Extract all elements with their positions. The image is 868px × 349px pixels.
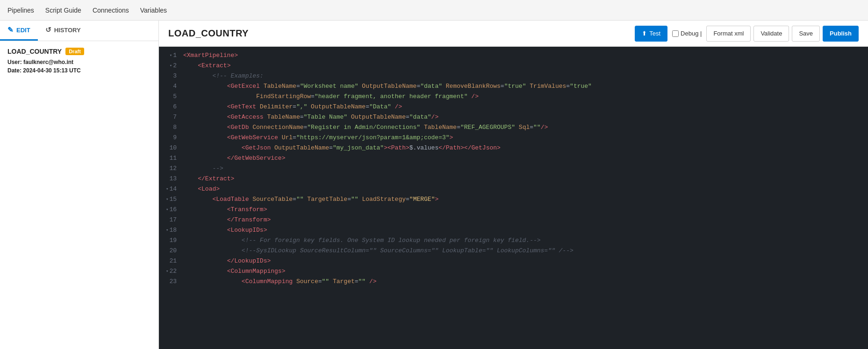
line-number: 6 [159, 102, 181, 112]
line-number: 8 [159, 122, 181, 133]
line-number: 3 [159, 71, 181, 81]
table-row: <LookupIDs> [183, 225, 868, 235]
line-number: 13 [159, 174, 181, 184]
table-row: --> [183, 164, 868, 174]
table-row: <ColumnMappings> [183, 266, 868, 277]
line-number: ▾18 [159, 225, 181, 235]
tab-edit-label: EDIT [16, 27, 30, 34]
tab-history-label: HISTORY [54, 27, 81, 34]
line-number: ▾2 [159, 61, 181, 71]
date-label: Date: [7, 67, 23, 74]
table-row: <LoadTable SourceTable="" TargetTable=""… [183, 194, 868, 205]
sidebar: ✎ EDIT ↺ HISTORY LOAD_COUNTRY Draft User… [0, 21, 159, 349]
line-number: 19 [159, 235, 181, 246]
table-row: <GetJson OutputTableName="my_json_data">… [183, 143, 868, 153]
format-xml-button[interactable]: Format xml [706, 26, 751, 42]
table-row: <!-- For foreign key fields. One System … [183, 235, 868, 246]
line-number: 11 [159, 153, 181, 164]
save-label: Save [799, 30, 813, 37]
table-row: FindStartingRow="header fragment, anothe… [183, 92, 868, 102]
fold-arrow[interactable]: ▾ [166, 194, 168, 205]
tab-edit[interactable]: ✎ EDIT [0, 21, 38, 41]
top-nav: Pipelines Script Guide Connections Varia… [0, 0, 868, 21]
line-number: ▾16 [159, 205, 181, 215]
line-number: 21 [159, 256, 181, 266]
debug-checkbox[interactable] [672, 30, 679, 37]
user-value: faulknerc@who.int [23, 59, 73, 65]
nav-variables[interactable]: Variables [140, 5, 167, 16]
fold-arrow[interactable]: ▾ [170, 50, 172, 61]
code-lines: <XmartPipeline> <Extract> <!-- Examples:… [181, 47, 868, 349]
fold-arrow[interactable]: ▾ [166, 266, 168, 277]
draft-badge: Draft [65, 48, 84, 55]
table-row: </Transform> [183, 215, 868, 225]
fold-arrow[interactable]: ▾ [166, 205, 168, 215]
user-row: User: faulknerc@who.int [7, 59, 151, 65]
publish-label: Publish [830, 30, 852, 37]
line-number: 9 [159, 133, 181, 143]
fold-arrow[interactable]: ▾ [166, 184, 168, 194]
line-number: 10 [159, 143, 181, 153]
table-row: </GetWebService> [183, 153, 868, 164]
line-number: 4 [159, 81, 181, 92]
line-number: 7 [159, 112, 181, 122]
table-row: <Transform> [183, 205, 868, 215]
sidebar-info: LOAD_COUNTRY Draft User: faulknerc@who.i… [0, 41, 158, 82]
line-numbers: ▾1▾2345678910111213▾14▾15▾1617▾18192021▾… [159, 47, 181, 349]
nav-connections[interactable]: Connections [93, 5, 129, 16]
sidebar-tabs: ✎ EDIT ↺ HISTORY [0, 21, 158, 41]
test-button[interactable]: ⬆ Test [635, 26, 667, 42]
code-content: ▾1▾2345678910111213▾14▾15▾1617▾18192021▾… [159, 47, 868, 349]
edit-icon: ✎ [7, 26, 14, 34]
validate-button[interactable]: Validate [753, 26, 789, 42]
table-row: <GetText Delimiter="," OutputTableName="… [183, 102, 868, 112]
nav-pipelines[interactable]: Pipelines [7, 5, 34, 16]
table-row: <ColumnMapping Source="" Target="" /> [183, 277, 868, 287]
pipeline-name: LOAD_COUNTRY [7, 48, 62, 55]
fold-arrow[interactable]: ▾ [166, 225, 168, 235]
line-number: ▾14 [159, 184, 181, 194]
table-row: <!--SysIDLookup SourceResultColumn="" So… [183, 246, 868, 256]
toolbar: ⬆ Test Debug | Format xml Validate Save [635, 26, 859, 42]
debug-group: Debug | [670, 30, 703, 37]
validate-label: Validate [760, 30, 782, 37]
line-number: ▾1 [159, 50, 181, 61]
date-row: Date: 2024-04-30 15:13 UTC [7, 67, 151, 74]
table-row: <GetWebService Url="https://myserver/jso… [183, 133, 868, 143]
main-layout: ✎ EDIT ↺ HISTORY LOAD_COUNTRY Draft User… [0, 21, 868, 349]
line-number: 23 [159, 277, 181, 287]
content-area: LOAD_COUNTRY ⬆ Test Debug | Format xml V… [159, 21, 868, 349]
nav-script-guide[interactable]: Script Guide [45, 5, 81, 16]
test-icon: ⬆ [642, 30, 647, 37]
table-row: <GetAccess TableName="Table Name" Output… [183, 112, 868, 122]
user-label: User: [7, 59, 23, 65]
table-row: <GetExcel TableName="Worksheet name" Out… [183, 81, 868, 92]
line-number: 5 [159, 92, 181, 102]
date-value: 2024-04-30 15:13 UTC [23, 67, 80, 74]
tab-history[interactable]: ↺ HISTORY [38, 21, 88, 41]
line-number: 20 [159, 246, 181, 256]
page-title: LOAD_COUNTRY [168, 28, 249, 39]
line-number: ▾15 [159, 194, 181, 205]
format-xml-label: Format xml [713, 30, 744, 37]
publish-button[interactable]: Publish [823, 26, 859, 42]
line-number: 12 [159, 164, 181, 174]
table-row: <GetDb ConnectionName="Register in Admin… [183, 122, 868, 133]
line-number: 17 [159, 215, 181, 225]
history-icon: ↺ [45, 26, 51, 34]
table-row: <XmartPipeline> [183, 50, 868, 61]
table-row: <Load> [183, 184, 868, 194]
debug-label: Debug | [681, 30, 702, 37]
table-row: <Extract> [183, 61, 868, 71]
content-header: LOAD_COUNTRY ⬆ Test Debug | Format xml V… [159, 21, 868, 47]
save-button[interactable]: Save [792, 26, 820, 42]
line-number: ▾22 [159, 266, 181, 277]
fold-arrow[interactable]: ▾ [170, 61, 172, 71]
table-row: <!-- Examples: [183, 71, 868, 81]
pipeline-name-row: LOAD_COUNTRY Draft [7, 48, 151, 55]
code-editor[interactable]: ▾1▾2345678910111213▾14▾15▾1617▾18192021▾… [159, 47, 868, 349]
test-label: Test [649, 30, 660, 37]
table-row: </LookupIDs> [183, 256, 868, 266]
table-row: </Extract> [183, 174, 868, 184]
